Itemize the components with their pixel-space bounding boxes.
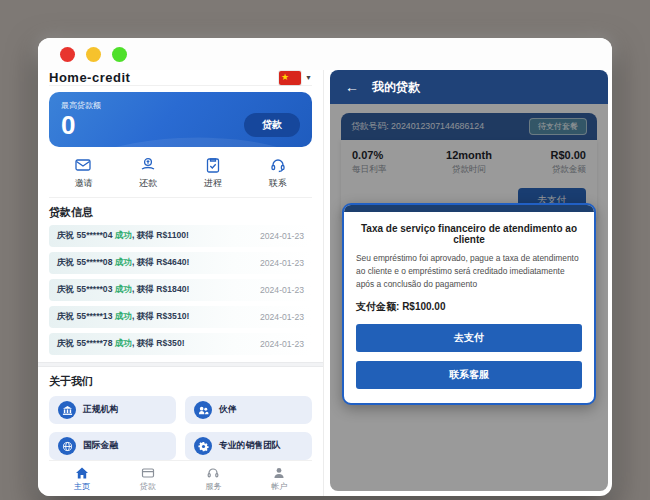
about-us-title: 关于我们	[49, 374, 312, 389]
modal-title: Taxa de serviço financeiro de atendiment…	[356, 223, 582, 245]
repay-action[interactable]: 还款	[139, 156, 157, 190]
about-card-label: 专业的销售团队	[219, 440, 281, 452]
my-loans-title: 我的贷款	[372, 79, 420, 96]
max-loan-amount: 0	[61, 111, 75, 140]
bank-icon	[58, 401, 76, 419]
nav-account[interactable]: 帐户	[271, 466, 287, 492]
home-icon	[75, 466, 89, 480]
loan-info-row: 庆祝 55*****04 成功, 获得 R$1100! 2024-01-23	[49, 225, 312, 247]
nav-loan[interactable]: 贷款	[140, 466, 156, 492]
loan-row-text: 庆祝 55*****13 成功, 获得 R$3510!	[57, 311, 189, 323]
loan-info-list: 庆祝 55*****04 成功, 获得 R$1100! 2024-01-23 庆…	[49, 225, 312, 355]
loan-info-row: 庆祝 55*****13 成功, 获得 R$3510! 2024-01-23	[49, 306, 312, 328]
chevron-down-icon: ▼	[305, 74, 312, 81]
service-fee-modal: Taxa de serviço financeiro de atendiment…	[342, 203, 596, 405]
maximize-button[interactable]	[112, 47, 127, 62]
loan-row-text: 庆祝 55*****08 成功, 获得 R$4640!	[57, 257, 189, 269]
about-card-label: 正规机构	[83, 404, 118, 416]
nav-home[interactable]: 主页	[74, 466, 90, 492]
app-header: Home-credit ★ ▼	[49, 70, 312, 86]
china-flag-icon: ★	[279, 71, 301, 85]
window-content: Home-credit ★ ▼ 最高贷款额 0 贷款 ✓	[38, 70, 612, 496]
loan-row-date: 2024-01-23	[260, 258, 304, 268]
nav-label: 服务	[205, 481, 221, 492]
loan-row-date: 2024-01-23	[260, 339, 304, 349]
modal-body-text: Seu empréstimo foi aprovado, pague a tax…	[356, 252, 582, 291]
back-arrow-icon[interactable]: ←	[345, 80, 359, 94]
loan-info-row: 庆祝 55*****78 成功, 获得 R$350! 2024-01-23	[49, 333, 312, 355]
quick-action-label: 邀请	[74, 177, 92, 190]
about-card-label: 国际金融	[83, 440, 118, 452]
about-card-partner[interactable]: 伙伴	[185, 396, 312, 424]
about-card-label: 伙伴	[219, 404, 237, 416]
modal-contact-support-button[interactable]: 联系客服	[356, 361, 582, 389]
nav-label: 贷款	[140, 481, 156, 492]
minimize-button[interactable]	[86, 47, 101, 62]
payment-amount: 支付金额: R$100.00	[356, 300, 582, 314]
loan-row-date: 2024-01-23	[260, 285, 304, 295]
my-loans-panel: ← 我的贷款 贷款号码: 2024012307144686124 待支付套餐 0…	[330, 70, 608, 491]
progress-action[interactable]: 进程	[204, 156, 222, 190]
loan-info-row: 庆祝 55*****08 成功, 获得 R$4640! 2024-01-23	[49, 252, 312, 274]
account-person-icon	[272, 466, 286, 480]
success-status: 成功	[115, 284, 132, 294]
max-loan-label: 最高贷款额	[61, 100, 300, 111]
nav-label: 主页	[74, 481, 90, 492]
loan-row-text: 庆祝 55*****78 成功, 获得 R$350!	[57, 338, 185, 350]
about-card-sales-team[interactable]: 专业的销售团队	[185, 432, 312, 460]
my-loans-content: 贷款号码: 2024012307144686124 待支付套餐 0.07% 每日…	[330, 104, 608, 491]
modal-top-strip	[344, 205, 594, 212]
nav-service[interactable]: 服务	[205, 466, 221, 492]
gear-icon	[194, 437, 212, 455]
window-titlebar	[38, 38, 612, 70]
quick-action-label: 联系	[269, 177, 287, 190]
nav-label: 帐户	[271, 481, 287, 492]
loan-info-row: 庆祝 55*****03 成功, 获得 R$1840! 2024-01-23	[49, 279, 312, 301]
about-card-institution[interactable]: 正规机构	[49, 396, 176, 424]
success-status: 成功	[115, 257, 132, 267]
quick-action-label: 还款	[139, 177, 157, 190]
loan-card-icon	[141, 466, 155, 480]
app-window: Home-credit ★ ▼ 最高贷款额 0 贷款 ✓	[38, 38, 612, 496]
success-status: 成功	[115, 311, 132, 321]
quick-actions: 邀请 还款 进程	[49, 147, 312, 198]
contact-headset-icon	[269, 156, 287, 174]
loan-row-text: 庆祝 55*****04 成功, 获得 R$1100!	[57, 230, 189, 242]
repay-coin-hand-icon	[139, 156, 157, 174]
home-panel: Home-credit ★ ▼ 最高贷款额 0 贷款 ✓	[38, 70, 324, 496]
app-title: Home-credit	[49, 70, 130, 85]
section-divider	[38, 362, 323, 367]
loan-row-date: 2024-01-23	[260, 312, 304, 322]
loan-info-title: 贷款信息	[49, 205, 312, 220]
about-card-international-finance[interactable]: 国际金融	[49, 432, 176, 460]
max-loan-card: 最高贷款额 0 贷款 ✓ 安全 ✓ 快速付款	[49, 92, 312, 147]
close-button[interactable]	[60, 47, 75, 62]
quick-action-label: 进程	[204, 177, 222, 190]
language-selector[interactable]: ★ ▼	[279, 71, 312, 85]
bottom-navigation: 主页 贷款 服务	[49, 460, 312, 496]
about-us-grid: 正规机构 伙伴 国际金融	[49, 396, 312, 460]
progress-clipboard-icon	[204, 156, 222, 174]
success-status: 成功	[115, 338, 132, 348]
loan-row-date: 2024-01-23	[260, 231, 304, 241]
my-loans-header: ← 我的贷款	[330, 70, 608, 104]
service-headset-icon	[206, 466, 220, 480]
success-status: 成功	[115, 230, 132, 240]
contact-action[interactable]: 联系	[269, 156, 287, 190]
loan-row-text: 庆祝 55*****03 成功, 获得 R$1840!	[57, 284, 189, 296]
loan-button[interactable]: 贷款	[244, 113, 300, 137]
modal-go-pay-button[interactable]: 去支付	[356, 324, 582, 352]
invite-action[interactable]: 邀请	[74, 156, 92, 190]
partner-handshake-icon	[194, 401, 212, 419]
page-background: Home-credit ★ ▼ 最高贷款额 0 贷款 ✓	[0, 0, 650, 500]
globe-finance-icon	[58, 437, 76, 455]
invite-envelope-icon	[74, 156, 92, 174]
